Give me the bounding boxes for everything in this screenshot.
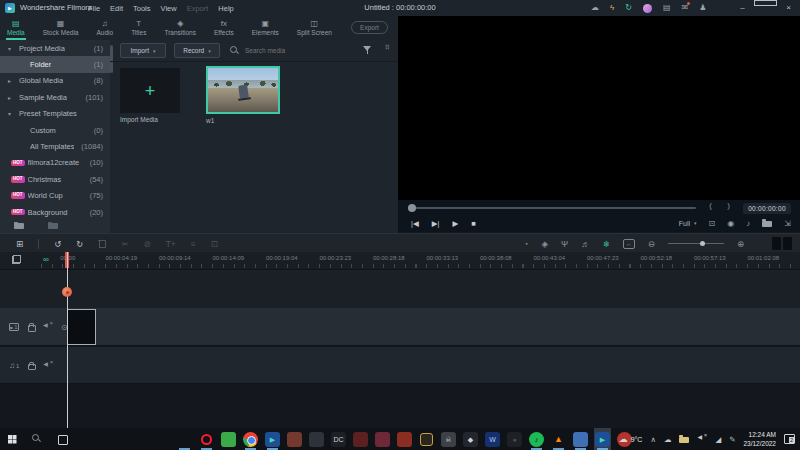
- filter-icon[interactable]: [363, 46, 372, 55]
- import-media-tile[interactable]: +: [120, 68, 180, 113]
- weather-widget[interactable]: ☁ 9°C: [619, 434, 643, 444]
- maximize-button[interactable]: [754, 0, 777, 6]
- video-track-1[interactable]: [0, 308, 800, 346]
- sidebar-item-filmora12create[interactable]: HOT filmora12create (10): [0, 155, 110, 171]
- taskbar-chrome[interactable]: [242, 428, 259, 450]
- taskbar-vlc[interactable]: ▲: [550, 428, 567, 450]
- timeline-view-toggle[interactable]: [772, 237, 792, 250]
- video-track-icon[interactable]: 1: [9, 323, 19, 331]
- display-device-icon[interactable]: ⊡: [709, 219, 716, 228]
- zoom-to-fit-icon[interactable]: ↔: [623, 239, 635, 249]
- record-dropdown[interactable]: Record: [174, 43, 220, 58]
- zoom-slider[interactable]: [668, 238, 724, 250]
- save-icon[interactable]: ▤: [663, 0, 671, 16]
- export-button[interactable]: Export: [351, 21, 388, 34]
- stop-button[interactable]: ■: [471, 219, 476, 228]
- sidebar-item-christmas[interactable]: HOT Christmas (54): [0, 171, 110, 187]
- menu-view[interactable]: View: [161, 4, 177, 13]
- taskbar-opera[interactable]: [198, 428, 215, 450]
- taskbar-spotify[interactable]: ♪: [528, 428, 545, 450]
- tab-elements[interactable]: ▣ Elements: [249, 16, 282, 40]
- menu-help[interactable]: Help: [218, 4, 233, 13]
- playhead-handle[interactable]: [62, 287, 72, 297]
- tab-effects[interactable]: fx Effects: [211, 16, 237, 40]
- sidebar-item-global-media[interactable]: ▸ Global Media (8): [0, 73, 110, 89]
- lock-track-icon[interactable]: [27, 323, 35, 332]
- seek-track[interactable]: [411, 207, 696, 209]
- search-box[interactable]: [230, 43, 373, 58]
- audio-track-icon[interactable]: ♫1: [9, 361, 19, 370]
- taskbar-file-explorer[interactable]: [176, 428, 193, 450]
- taskbar-game-2[interactable]: [308, 428, 325, 450]
- marker-icon[interactable]: ◈: [541, 239, 548, 249]
- sidebar-item-all-templates[interactable]: All Templates (1084): [0, 138, 110, 154]
- lock-track-icon[interactable]: [27, 361, 35, 370]
- tab-media[interactable]: ▤ Media: [4, 16, 28, 40]
- mark-out-icon[interactable]: ): [727, 201, 730, 210]
- taskbar-green-app[interactable]: [220, 428, 237, 450]
- sidebar-item-project-media[interactable]: ▾ Project Media (1): [0, 40, 110, 56]
- adjust-icon[interactable]: ≡: [191, 239, 196, 249]
- timeline[interactable]: 00:0000:00:04:1900:00:09:1400:00:14:0900…: [0, 252, 800, 428]
- redo-icon[interactable]: ↻: [76, 239, 83, 249]
- tab-transitions[interactable]: ◈ Transitions: [161, 16, 199, 40]
- menu-export[interactable]: Export: [187, 4, 209, 13]
- mark-in-icon[interactable]: (: [709, 201, 712, 210]
- sync-icon[interactable]: ↻: [625, 0, 632, 16]
- pointer-tool-icon[interactable]: ⊞: [16, 239, 23, 249]
- tab-split-screen[interactable]: ◫ Split Screen: [294, 16, 335, 40]
- timeline-ruler[interactable]: 00:0000:00:04:1900:00:09:1400:00:14:0900…: [0, 252, 800, 270]
- fullscreen-icon[interactable]: ⇲: [784, 219, 791, 228]
- close-button[interactable]: ×: [777, 0, 800, 16]
- network-icon[interactable]: ◢: [715, 435, 721, 444]
- media-clip-thumbnail[interactable]: [206, 66, 280, 114]
- ai-tools-icon[interactable]: ❄: [603, 239, 610, 249]
- expand-arrow-icon[interactable]: ▾: [8, 45, 19, 52]
- previous-frame-button[interactable]: |◀: [411, 219, 419, 228]
- pen-icon[interactable]: ✎: [729, 435, 735, 444]
- delete-icon[interactable]: [98, 239, 106, 249]
- upgrade-icon[interactable]: ϟ: [610, 0, 614, 16]
- seek-bar[interactable]: ( ) 00:00:00:00: [398, 200, 800, 215]
- taskbar-search-button[interactable]: [32, 434, 42, 444]
- notification-center-button[interactable]: 2: [784, 434, 795, 444]
- playhead[interactable]: [64, 252, 74, 428]
- toolbar-divider[interactable]: [38, 239, 39, 249]
- audio-mixer-icon[interactable]: ♬: [581, 239, 590, 249]
- crop-icon[interactable]: ⊘: [144, 239, 151, 249]
- minimize-button[interactable]: –: [731, 0, 754, 16]
- preview-zoom-dropdown[interactable]: Full: [679, 220, 697, 227]
- sidebar-item-world-cup[interactable]: HOT World Cup (75): [0, 188, 110, 204]
- menu-edit[interactable]: Edit: [110, 4, 123, 13]
- voiceover-mic-icon[interactable]: Ψ: [561, 239, 568, 249]
- export-project-icon[interactable]: ✉: [682, 0, 689, 16]
- taskbar-game-6[interactable]: [396, 428, 413, 450]
- import-dropdown[interactable]: Import: [120, 43, 166, 58]
- volume-icon[interactable]: ♪: [746, 219, 750, 228]
- onedrive-icon[interactable]: ☁: [664, 435, 672, 444]
- sidebar-item-preset-templates[interactable]: ▾ Preset Templates: [0, 106, 110, 122]
- add-text-icon[interactable]: T+: [166, 239, 176, 249]
- render-preview-icon[interactable]: ◔: [523, 239, 528, 249]
- expand-arrow-icon[interactable]: ▾: [8, 110, 19, 117]
- taskbar-clock[interactable]: 12:24 AM 23/12/2022: [743, 430, 776, 449]
- avatar[interactable]: [643, 4, 652, 13]
- tray-expand-icon[interactable]: ∧: [650, 435, 656, 444]
- taskbar-game-11[interactable]: ●: [506, 428, 523, 450]
- tab-titles[interactable]: T Titles: [128, 16, 149, 40]
- sidebar-item-custom[interactable]: Custom (0): [0, 122, 110, 138]
- taskbar-game-7[interactable]: [418, 428, 435, 450]
- auto-ripple-icon[interactable]: ∞: [43, 255, 49, 264]
- manage-tracks-icon[interactable]: [12, 255, 21, 264]
- tab-audio[interactable]: ♫ Audio: [94, 16, 117, 40]
- export-frame-icon[interactable]: [762, 219, 772, 227]
- grid-view-icon[interactable]: ⠿: [385, 44, 390, 52]
- expand-arrow-icon[interactable]: ▸: [8, 94, 19, 101]
- snapshot-icon[interactable]: ◉: [727, 219, 734, 228]
- task-view-button[interactable]: [58, 435, 67, 444]
- undo-icon[interactable]: ↺: [54, 239, 61, 249]
- preview-panel[interactable]: ( ) 00:00:00:00 |◀▶|▶■ Full ⊡◉♪⇲: [398, 16, 800, 232]
- taskbar-game-1[interactable]: [286, 428, 303, 450]
- play-button[interactable]: ▶: [452, 219, 458, 228]
- cloud-icon[interactable]: ☁: [591, 0, 599, 16]
